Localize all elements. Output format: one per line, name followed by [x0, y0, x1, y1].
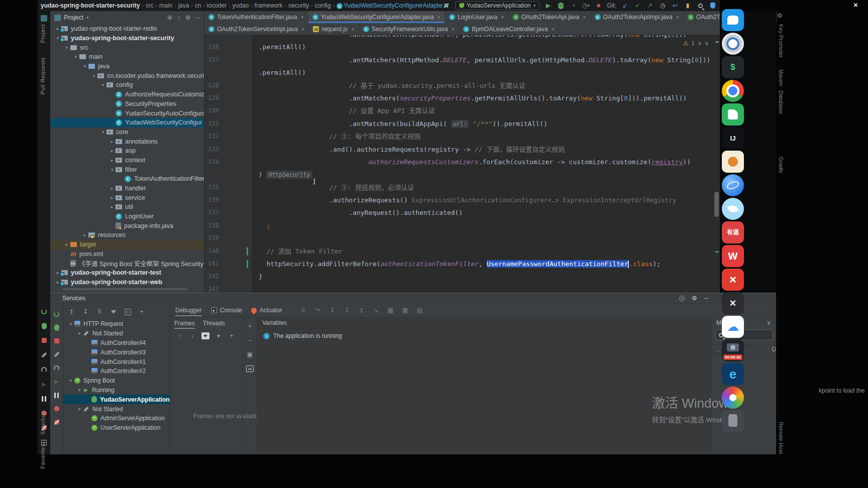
- history-button[interactable]: ◷: [659, 2, 667, 10]
- rerun-icon[interactable]: [40, 307, 48, 315]
- line-number[interactable]: [204, 35, 251, 41]
- step-over-icon[interactable]: ↷: [313, 306, 321, 314]
- add-icon[interactable]: +: [138, 308, 146, 316]
- project-tree-item[interactable]: ▸target: [50, 240, 204, 250]
- service-tree-item[interactable]: AuthController#3: [63, 347, 170, 357]
- rerun-icon[interactable]: [53, 310, 61, 318]
- tim-app-icon[interactable]: [722, 198, 744, 220]
- service-tree-item[interactable]: ▾Not Started: [63, 404, 170, 414]
- gear-icon[interactable]: ⚙: [185, 14, 191, 21]
- project-tree-item[interactable]: ▾yudao-spring-boot-starter-security: [50, 34, 204, 43]
- editor-tab[interactable]: COAuth2TokenApiImpl.java×: [591, 11, 684, 23]
- filter-box-icon[interactable]: [201, 332, 209, 340]
- youdao-dict-icon[interactable]: 有道: [722, 221, 744, 243]
- debug-button[interactable]: [557, 2, 565, 10]
- project-tree-item[interactable]: ▸yudao-spring-boot-starter-test: [50, 268, 204, 278]
- code-line[interactable]: // ②: 每个项目的自定义规则: [252, 130, 713, 143]
- tab-close-icon[interactable]: ×: [452, 26, 455, 32]
- red-x-app-icon[interactable]: ×: [722, 269, 744, 291]
- group-icon[interactable]: ⠿: [95, 308, 103, 316]
- breadcrumb-item[interactable]: java: [178, 2, 189, 9]
- tree-chevron-icon[interactable]: ▸: [108, 148, 116, 153]
- breadcrumb-item[interactable]: CYudaoWebSecurityConfigurerAdapter: [337, 2, 443, 10]
- colorful-sphere-icon[interactable]: [722, 387, 744, 409]
- right-stripe-tab-maven[interactable]: Maven: [778, 69, 784, 86]
- tree-chevron-icon[interactable]: ▸: [108, 158, 116, 163]
- trash-bin-icon[interactable]: [722, 410, 744, 432]
- search-everywhere-icon[interactable]: [696, 2, 704, 10]
- silver-ring-app-icon[interactable]: [722, 33, 744, 55]
- sidebar-tab-project[interactable]: Project: [40, 24, 46, 43]
- breakpoint-icon[interactable]: [53, 405, 61, 413]
- pause-icon[interactable]: [53, 391, 61, 399]
- blue-globe-app-icon[interactable]: [722, 174, 744, 196]
- debugger-tab-console[interactable]: ▸Console: [211, 304, 242, 317]
- editor-tab[interactable]: CTokenAuthenticationFilter.java×: [204, 11, 308, 23]
- layout-icon[interactable]: ▦: [401, 306, 409, 314]
- code-line[interactable]: .and().authorizeRequests(registry -> // …: [252, 143, 713, 156]
- project-tree-item[interactable]: CYudaoSecurityAutoConfigura: [50, 108, 204, 118]
- sidebar-tab-structure[interactable]: Structure: [40, 410, 46, 435]
- mute-breakpoints-icon[interactable]: [53, 418, 61, 426]
- run-to-cursor-icon[interactable]: ↘: [372, 306, 380, 314]
- panel-icon[interactable]: ▣: [246, 350, 254, 358]
- blue-chat-app-icon[interactable]: [722, 9, 744, 31]
- code-line[interactable]: }: [252, 270, 713, 283]
- line-number[interactable]: 133: [204, 143, 251, 156]
- resume-icon[interactable]: ▶: [40, 380, 48, 388]
- project-tree-item[interactable]: CSecurityProperties: [50, 99, 204, 109]
- tree-chevron-icon[interactable]: ▾: [81, 64, 88, 69]
- code-editor[interactable]: 1261271281291301311321331341351361371381…: [204, 35, 720, 293]
- tree-chevron-icon[interactable]: ▸: [108, 139, 116, 144]
- dark-x-app-icon[interactable]: ×: [722, 292, 744, 314]
- breadcrumb-item[interactable]: config: [315, 2, 331, 9]
- remove-icon[interactable]: −: [246, 336, 254, 344]
- breadcrumb-item[interactable]: yudao: [233, 2, 249, 9]
- terminal-app-icon[interactable]: $: [722, 56, 744, 78]
- line-number[interactable]: 141: [204, 258, 251, 270]
- project-tree-item[interactable]: CAuthorizeRequestsCustomize: [50, 90, 204, 99]
- frames-subtab-threads[interactable]: Threads: [203, 317, 225, 329]
- code-line[interactable]: ;: [252, 219, 713, 232]
- stop-icon[interactable]: [53, 337, 61, 345]
- edge-browser-icon[interactable]: e: [722, 363, 744, 385]
- wrench-icon[interactable]: [40, 351, 48, 359]
- breadcrumb-item[interactable]: src: [146, 2, 154, 9]
- editor-scrollbar[interactable]: [713, 35, 720, 293]
- breadcrumb-item[interactable]: framework: [255, 2, 283, 9]
- tab-close-icon[interactable]: ×: [300, 14, 303, 20]
- project-tree-item[interactable]: mpom.xml: [50, 250, 204, 259]
- code-line[interactable]: .antMatchers(buildAppApi( url: "/**")).p…: [252, 117, 713, 130]
- bug-icon[interactable]: [53, 323, 61, 331]
- refresh-icon[interactable]: [53, 364, 61, 372]
- line-number[interactable]: 138: [204, 219, 251, 232]
- tab-close-icon[interactable]: ×: [501, 14, 504, 20]
- tree-chevron-icon[interactable]: ▾: [76, 331, 83, 336]
- filter-icon[interactable]: [110, 308, 118, 316]
- evaluate-icon[interactable]: ▦: [386, 306, 394, 314]
- git-commit-button[interactable]: ✓: [633, 2, 641, 10]
- expand-collapse-icon[interactable]: ↕: [177, 14, 180, 21]
- tree-chevron-icon[interactable]: ▸: [63, 242, 70, 247]
- red-w-office-icon[interactable]: W: [722, 245, 744, 267]
- code-line[interactable]: authorizeRequestsCustomizers.forEach(cus…: [252, 156, 713, 168]
- service-tree-item[interactable]: AuthController#4: [63, 338, 170, 348]
- service-tree-item[interactable]: ▾Spring Boot: [63, 376, 170, 386]
- breadcrumb-item[interactable]: yudao-spring-boot-starter-security: [41, 2, 140, 9]
- line-number[interactable]: [204, 66, 251, 79]
- code-line[interactable]: // 基于 yudao.security.permit-all-urls 无需认…: [252, 79, 713, 92]
- tab-close-icon[interactable]: ×: [351, 26, 354, 32]
- cloud-drive-icon[interactable]: ☁: [722, 316, 744, 338]
- bookmark-icon[interactable]: ▮: [684, 2, 692, 10]
- project-panel-title[interactable]: Project: [64, 14, 83, 21]
- refresh-icon[interactable]: [40, 365, 48, 374]
- line-number[interactable]: 132: [204, 130, 251, 143]
- close-icon[interactable]: ×: [853, 1, 858, 9]
- service-tree-item[interactable]: YudaoServerApplication :: [63, 395, 170, 404]
- profiler-button[interactable]: ◷▾: [582, 2, 590, 10]
- evernote-app-icon[interactable]: [722, 103, 744, 126]
- code-line[interactable]: .permitAll(): [252, 66, 713, 79]
- project-tree-item[interactable]: ▸annotations: [50, 137, 204, 146]
- tree-chevron-icon[interactable]: ▾: [99, 130, 106, 135]
- service-tree-item[interactable]: AuthController#1: [63, 357, 170, 367]
